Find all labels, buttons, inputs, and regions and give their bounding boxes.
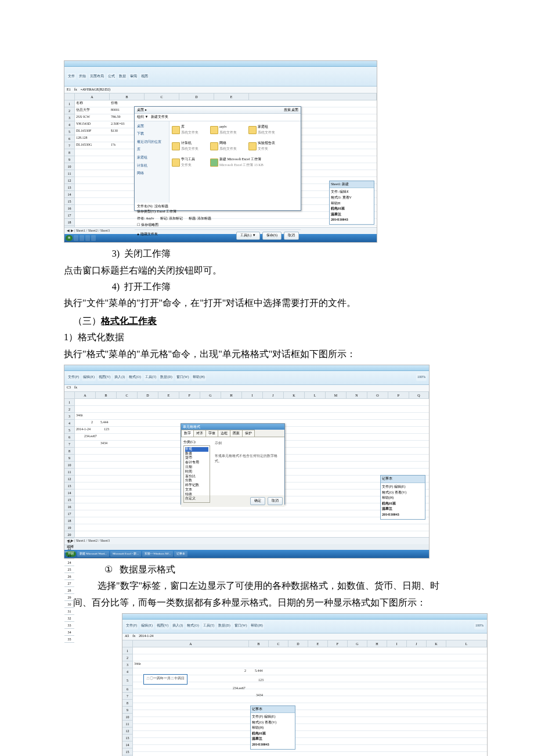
hide-folders-link[interactable]: 隐藏文件夹 [140,232,158,236]
dialog-search: 搜索 桌面 [284,107,299,113]
screenshot-excel-saveas: 文件 开始 页面布局 公式 数据 审阅 视图 E1 fx =AVERAGE(B2… [64,60,377,243]
file-item[interactable]: 网络系统文件夹 [210,140,245,153]
category-list[interactable]: 常规 数值 货币 会计专用 日期 时间 百分比 分数 科学记数 文本 特殊 自定… [183,445,210,503]
menu-item[interactable]: 帮助(H) [192,374,205,381]
menu-item[interactable]: 工具(T) [144,374,158,381]
circled-number: ① [104,562,113,577]
dialog-tab[interactable]: 对齐 [193,430,206,437]
section-number: （三） [73,316,101,326]
notepad-line: 机电01班 [252,731,294,737]
file-item[interactable]: 家庭组系统文件夹 [248,124,283,136]
menu-item[interactable]: 编辑(E) [140,622,154,629]
taskbar-item[interactable]: 实验一Windows XP... [142,551,173,557]
side-item[interactable]: 桌面 [137,124,167,129]
ribbon-tab: 数据 [118,73,127,80]
circled-title: 数据显示格式 [120,562,175,577]
dialog-sidebar: 桌面 下载 最近访问的位置 库 家庭组 计算机 网络 [135,121,169,203]
category-label: 分类(C): [183,440,210,445]
dialog-tab[interactable]: 边框 [218,430,230,437]
taskbar-item[interactable] [80,235,84,241]
menu-item[interactable]: 文件(F) [67,374,80,381]
save-as-dialog: 桌面 ▸ 搜索 桌面 组织 ▼ 新建文件夹 桌面 下载 最近访问的位置 库 家庭… [134,106,301,211]
organize-button[interactable]: 组织 ▼ [137,115,148,118]
dialog-path: 桌面 ▸ [137,108,147,111]
filename-input[interactable]: 没有标题 [154,204,168,208]
taskbar-item[interactable]: 记事本 [174,551,187,557]
notepad-line: 温翠兰 [252,736,294,742]
sample-text: 常规单元格格式不包含任何特定的数字格式。 [215,453,281,465]
menu-item[interactable]: 编辑(E) [82,374,96,381]
cell: DL16530G [76,142,92,148]
folder-icon [248,126,257,134]
cell: 786.59 [111,114,121,120]
save-button[interactable]: 保存(S) [262,232,282,240]
menu-item[interactable]: 格式(O) [128,374,142,381]
file-item[interactable]: 学习工具文件夹 [172,156,207,169]
side-item[interactable]: 网络 [137,171,167,177]
ribbon-tab: 审阅 [129,73,138,80]
formula-bar: E1 fx =AVERAGE(B2:D2) [64,87,377,93]
menu-item[interactable]: 窗口(W) [175,374,190,381]
notepad-line: 机电01班 [331,206,373,212]
side-item[interactable]: 库 [137,147,167,153]
cell: 信息大学 [76,107,90,113]
window-titlebar [122,614,487,620]
filetype-select[interactable]: Excel 工作簿 [157,210,176,213]
dialog-tab[interactable]: 图案 [230,430,243,437]
notepad-line: 格式(O) 查看(V) [382,490,424,496]
circled-item-1: ① 数据显示格式 [104,562,470,577]
notepad-line: 温翠兰 [331,212,373,218]
file-item[interactable]: 实验报告表文件夹 [248,140,283,153]
item-body: 执行"文件"菜单的"打开"命令，在"打开"对话框中选择需要打开的文件。 [64,295,470,311]
numbered-item-4: 4) 打开工作簿 [104,279,470,294]
side-item[interactable]: 最近访问的位置 [137,139,167,145]
taskbar-item[interactable] [91,235,96,241]
start-button[interactable]: ⊞ [66,235,73,241]
menu-item[interactable]: 数据(D) [159,374,173,381]
notepad-line: 格式(O) 查看(V) [252,720,294,726]
menu-item[interactable]: 帮助(H) [250,622,264,629]
sheet-tabs[interactable]: ◀ ▶ | Sheet1 / Sheet2 / Sheet3 [64,537,429,544]
taskbar-item[interactable] [74,235,78,241]
paragraph-line: 间、百分比等，而每一类数据都有多种显示格式。日期的另一种显示格式如下图所示： [73,595,470,610]
taskbar-item[interactable] [85,235,90,241]
ok-button[interactable]: 确定 [250,497,265,505]
item-number: 3) [104,246,120,261]
tools-button[interactable]: 工具(L) ▼ [236,232,260,240]
menu-item[interactable]: 视图(V) [156,622,169,629]
dialog-tab[interactable]: 数字 [181,430,194,437]
file-item[interactable]: 新建 Microsoft Excel 工作簿Microsoft Excel 工作… [210,156,268,169]
notepad-line: 帮助(H) [252,725,294,731]
cell: 2 [244,668,246,674]
formula-bar: A5 fx 2014-1-24 [122,633,487,640]
paragraph-line: 选择"数字"标签，窗口左边显示了可使用的各种数据格式，如数值、货币、日期、时 [98,578,470,593]
menu-item[interactable]: 格式(O) [186,622,200,629]
thumbnail-checkbox[interactable]: 保存缩略图 [141,223,158,226]
side-item[interactable]: 下载 [137,131,167,137]
file-item[interactable]: 库系统文件夹 [172,124,207,136]
cell: DL16530F [76,128,91,134]
cell: 3434 [100,441,107,447]
taskbar-item[interactable]: 新建 Microsoft Word... [77,551,109,557]
window-titlebar [64,365,429,371]
file-item[interactable]: 计算机系统文件夹 [172,140,207,153]
sample-label: 示例 [215,441,281,447]
side-item[interactable]: 家庭组 [137,155,167,161]
dialog-tab[interactable]: 字体 [205,430,218,437]
cancel-button[interactable]: 取消 [268,497,283,505]
menu-item[interactable]: 插入(I) [171,622,184,629]
dialog-tabs: 数字 对齐 字体 边框 图案 保护 [181,430,284,438]
notepad-overlay: 记事本 文件(F) 编辑(E) 格式(O) 查看(V) 帮助(H) 机电01班 … [250,705,295,750]
menu-item[interactable]: 数据(D) [217,622,231,629]
menu-item[interactable]: 插入(I) [113,374,126,381]
taskbar-item[interactable]: Microsoft Excel - 新... [110,551,141,557]
menu-item[interactable]: 工具(T) [202,622,216,629]
dialog-tab[interactable]: 保护 [242,430,255,437]
menu-item[interactable]: 窗口(W) [233,622,248,629]
menu-item[interactable]: 文件(F) [125,622,138,629]
new-folder-button[interactable]: 新建文件夹 [151,115,168,118]
file-item[interactable]: asylv系统文件夹 [210,124,245,136]
menu-item[interactable]: 视图(V) [98,374,111,381]
side-item[interactable]: 计算机 [137,163,167,169]
cancel-button[interactable]: 取消 [284,232,299,240]
